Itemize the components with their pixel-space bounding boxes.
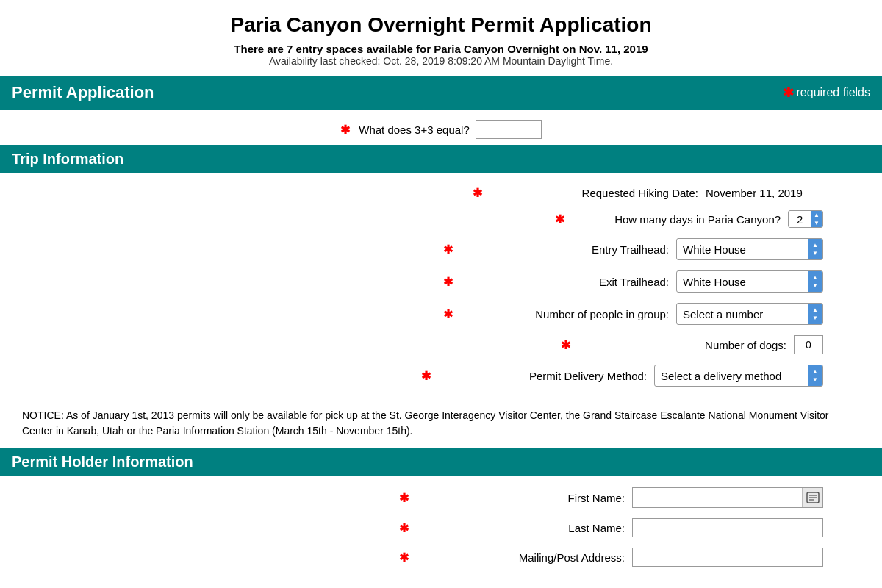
entry-trailhead-select[interactable]: White House ▲ ▼: [676, 238, 823, 260]
entry-trailhead-select-btn[interactable]: ▲ ▼: [808, 239, 822, 259]
exit-trailhead-up-arrow: ▲: [812, 273, 818, 282]
days-required-star: ✱: [555, 212, 564, 226]
hiking-date-row: ✱ Requested Hiking Date: November 11, 20…: [0, 181, 882, 205]
delivery-method-required-star: ✱: [421, 369, 431, 383]
group-people-label: Number of people in group:: [463, 308, 669, 320]
trip-information-form: ✱ Requested Hiking Date: November 11, 20…: [0, 173, 882, 399]
entry-trailhead-label: Entry Trailhead:: [463, 243, 669, 256]
last-name-input[interactable]: [632, 518, 823, 537]
availability-checked: Availability last checked: Oct. 28, 2019…: [0, 55, 882, 67]
first-name-row: ✱ First Name:: [0, 482, 882, 513]
exit-trailhead-select-btn[interactable]: ▲ ▼: [808, 271, 822, 292]
days-spinner[interactable]: 2 ▲ ▼: [788, 210, 823, 228]
captcha-input[interactable]: [476, 120, 542, 139]
trip-information-title: Trip Information: [12, 151, 123, 167]
last-name-row: ✱ Last Name:: [0, 513, 882, 542]
exit-trailhead-row: ✱ Exit Trailhead: White House ▲ ▼: [0, 265, 882, 298]
availability-info: There are 7 entry spaces available for P…: [0, 43, 882, 76]
permit-holder-title: Permit Holder Information: [12, 453, 193, 470]
days-label: How many days in Paria Canyon?: [575, 213, 781, 226]
autofill-icon[interactable]: [802, 488, 822, 507]
last-name-label: Last Name:: [419, 522, 625, 534]
mailing-address-row: ✱ Mailing/Post Address:: [0, 542, 882, 572]
exit-trailhead-required-star: ✱: [443, 275, 453, 289]
days-row: ✱ How many days in Paria Canyon? 2 ▲ ▼: [0, 205, 882, 233]
exit-trailhead-label: Exit Trailhead:: [463, 276, 669, 288]
permit-holder-form: ✱ First Name: ✱ Last Name: ✱ Mailing/Pos…: [0, 476, 882, 578]
notice-text: NOTICE: As of January 1st, 2013 permits …: [0, 399, 882, 448]
entry-trailhead-required-star: ✱: [443, 243, 453, 257]
group-people-select-btn[interactable]: ▲ ▼: [808, 304, 822, 324]
permit-application-title: Permit Application: [12, 83, 154, 102]
required-fields-label: required fields: [797, 86, 871, 99]
permit-holder-header: Permit Holder Information: [0, 448, 882, 476]
dogs-required-star: ✱: [561, 338, 570, 352]
captcha-row: ✱ What does 3+3 equal?: [0, 110, 882, 145]
delivery-method-up-arrow: ▲: [812, 368, 818, 376]
days-value: 2: [789, 212, 811, 227]
hiking-date-value: November 11, 2019: [706, 187, 823, 199]
first-name-input[interactable]: [633, 488, 802, 507]
delivery-method-value: Select a delivery method: [655, 368, 808, 384]
group-people-down-arrow: ▼: [812, 314, 818, 322]
required-star-icon: ✱: [783, 85, 794, 101]
group-people-up-arrow: ▲: [812, 306, 818, 314]
delivery-method-select-btn[interactable]: ▲ ▼: [808, 365, 822, 386]
availability-bold: There are 7 entry spaces available for P…: [0, 43, 882, 55]
exit-trailhead-value: White House: [677, 273, 808, 290]
entry-trailhead-arrows: ▲ ▼: [812, 241, 818, 257]
exit-trailhead-arrows: ▲ ▼: [812, 273, 818, 290]
mailing-address-required-star: ✱: [399, 551, 409, 564]
days-spinner-arrows[interactable]: ▲ ▼: [811, 211, 822, 227]
delivery-method-label: Permit Delivery Method:: [441, 370, 647, 382]
required-fields-note: ✱ required fields: [783, 85, 871, 101]
group-people-row: ✱ Number of people in group: Select a nu…: [0, 298, 882, 330]
entry-trailhead-down-arrow: ▼: [812, 249, 818, 257]
captcha-required-star: ✱: [340, 123, 350, 137]
group-people-select[interactable]: Select a number ▲ ▼: [676, 303, 823, 325]
hiking-date-label: Requested Hiking Date:: [492, 187, 698, 199]
entry-trailhead-value: White House: [677, 241, 808, 258]
entry-trailhead-row: ✱ Entry Trailhead: White House ▲ ▼: [0, 233, 882, 265]
group-people-required-star: ✱: [443, 307, 453, 321]
captcha-label: What does 3+3 equal?: [359, 123, 470, 136]
mailing-address-label: Mailing/Post Address:: [419, 551, 625, 564]
exit-trailhead-down-arrow: ▼: [812, 282, 818, 290]
group-people-value: Select a number: [677, 306, 808, 323]
entry-trailhead-up-arrow: ▲: [812, 241, 818, 249]
permit-application-header: Permit Application ✱ required fields: [0, 76, 882, 110]
last-name-required-star: ✱: [399, 521, 409, 535]
exit-trailhead-select[interactable]: White House ▲ ▼: [676, 270, 823, 293]
dogs-input[interactable]: [794, 335, 823, 354]
days-up-arrow[interactable]: ▲: [814, 211, 820, 219]
first-name-input-wrapper: [632, 487, 823, 508]
first-name-label: First Name:: [419, 492, 625, 504]
delivery-method-row: ✱ Permit Delivery Method: Select a deliv…: [0, 359, 882, 392]
dogs-label: Number of dogs:: [581, 339, 786, 351]
days-down-arrow[interactable]: ▼: [814, 219, 820, 227]
page-title: Paria Canyon Overnight Permit Applicatio…: [0, 0, 882, 43]
delivery-method-down-arrow: ▼: [812, 376, 818, 384]
mailing-address-input[interactable]: [632, 548, 823, 567]
delivery-method-select[interactable]: Select a delivery method ▲ ▼: [654, 365, 823, 387]
first-name-required-star: ✱: [399, 491, 409, 505]
group-people-arrows: ▲ ▼: [812, 306, 818, 322]
trip-information-header: Trip Information: [0, 145, 882, 173]
delivery-method-arrows: ▲ ▼: [812, 368, 818, 384]
hiking-date-required-star: ✱: [473, 186, 482, 200]
dogs-row: ✱ Number of dogs:: [0, 330, 882, 359]
